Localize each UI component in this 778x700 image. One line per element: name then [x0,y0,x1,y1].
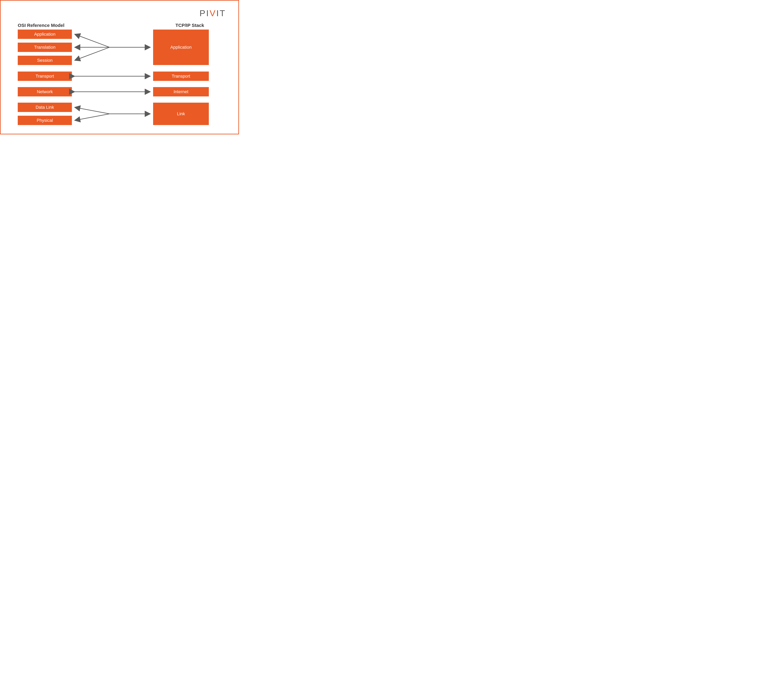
tcp-layer-transport: Transport [153,72,209,81]
osi-layer-transport: Transport [18,72,72,81]
arrow-link-to-physical [75,114,110,120]
osi-layer-application: Application [18,30,72,39]
osi-heading: OSI Reference Model [18,23,64,28]
arrow-app-to-application [75,34,110,47]
logo-text-it: IT [216,8,226,18]
osi-layer-session: Session [18,56,72,65]
logo-text-pi: PI [199,8,210,18]
arrow-app-to-session [75,47,110,60]
osi-layer-translation: Translation [18,43,72,52]
diagram-frame: PIVIT OSI Reference Model TCP/IP Stack A… [0,0,239,134]
arrow-link-to-datalink [75,107,110,114]
logo-text-v: V [210,8,216,18]
pivit-logo: PIVIT [199,8,226,18]
osi-layer-network: Network [18,87,72,97]
tcp-layer-internet: Internet [153,87,209,97]
osi-layer-datalink: Data Link [18,103,72,112]
tcp-layer-application: Application [153,30,209,65]
osi-layer-physical: Physical [18,116,72,125]
tcp-layer-link: Link [153,103,209,125]
tcp-heading: TCP/IP Stack [175,23,204,28]
